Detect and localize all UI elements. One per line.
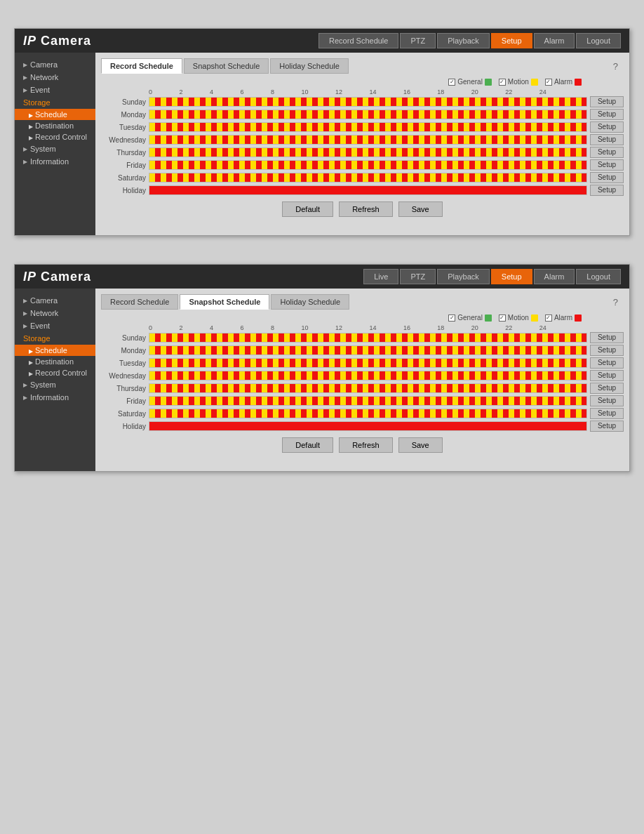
schedule-bar-2-tuesday[interactable] [149,358,587,368]
setup-btn-tuesday[interactable]: Setup [590,121,624,133]
setup-btn-2-saturday[interactable]: Setup [590,408,624,419]
schedule-row-2-tuesday: Tuesday Setup [101,357,624,369]
setup-btn-2-tuesday[interactable]: Setup [590,357,624,369]
tab-setup-2[interactable]: Setup [491,269,532,284]
main-content-2: ▶ Camera ▶ Network ▶ Event Storage ▶Sche… [15,289,629,471]
sidebar-item-camera[interactable]: ▶ Camera [15,58,95,71]
sidebar-1: ▶ Camera ▶ Network ▶ Event Storage ▶Sche… [15,53,95,235]
schedule-row-2-thursday: Thursday Setup [101,383,624,394]
schedule-row-holiday: Holiday Setup [101,185,624,196]
schedule-bar-2-thursday[interactable] [149,383,587,393]
setup-btn-2-sunday[interactable]: Setup [590,332,624,343]
setup-btn-sunday[interactable]: Setup [590,96,624,107]
schedule-bar-2-monday[interactable] [149,345,587,355]
arrow-icon: ▶ [23,62,27,68]
time-ruler-2: 0 2 4 6 8 10 12 14 16 18 20 22 24 [149,324,583,331]
sidebar-item-system[interactable]: ▶ System [15,143,95,155]
setup-btn-2-holiday[interactable]: Setup [590,421,624,432]
schedule-bar-thursday[interactable] [149,147,587,157]
tab-holiday-schedule[interactable]: Holiday Schedule [270,58,349,74]
schedule-bar-friday[interactable] [149,160,587,170]
help-icon[interactable]: ? [608,58,624,74]
tab-holiday-schedule-2[interactable]: Holiday Schedule [271,294,349,310]
schedule-bar-holiday[interactable] [149,185,587,195]
sidebar-item-network[interactable]: ▶ Network [15,71,95,84]
sidebar-2-item-system[interactable]: ▶ System [15,378,95,391]
tab-logout-2[interactable]: Logout [576,269,621,284]
tab-setup[interactable]: Setup [491,33,532,48]
setup-btn-saturday[interactable]: Setup [590,172,624,183]
tab-snapshot-schedule[interactable]: Snapshot Schedule [184,58,269,74]
setup-btn-monday[interactable]: Setup [590,109,624,120]
schedule-bar-2-sunday[interactable] [149,333,587,343]
schedule-bar-wednesday[interactable] [149,135,587,145]
default-button-2[interactable]: Default [282,437,333,453]
schedule-row-2-saturday: Saturday Setup [101,408,624,419]
sidebar-item-destination[interactable]: ▶Destination [15,120,95,131]
default-button-1[interactable]: Default [282,201,333,217]
setup-btn-thursday[interactable]: Setup [590,147,624,158]
tab-live-2[interactable]: Live [363,269,398,284]
tab-alarm-2[interactable]: Alarm [534,269,575,284]
arrow-icon: ▶ [23,87,27,93]
schedule-grid-2: Sunday Setup Monday Setup [101,332,624,432]
setup-btn-2-monday[interactable]: Setup [590,345,624,356]
tab-record-schedule[interactable]: Record Schedule [101,58,182,74]
tab-live[interactable]: Record Schedule [318,33,398,48]
legend-motion: ✓ Motion [499,78,538,86]
sidebar-item-storage[interactable]: Storage [15,96,95,109]
nav-tabs: Record Schedule PTZ Playback Setup Alarm… [318,33,621,48]
schedule-row-thursday: Thursday Setup [101,147,624,158]
sidebar-2-item-event[interactable]: ▶ Event [15,319,95,332]
arrow-icon: ▶ [23,159,27,165]
schedule-bar-tuesday[interactable] [149,122,587,132]
sidebar-2-item-schedule[interactable]: ▶Schedule [15,345,95,356]
setup-btn-2-friday[interactable]: Setup [590,395,624,406]
sidebar-2-item-information[interactable]: ▶ Information [15,391,95,404]
refresh-button-1[interactable]: Refresh [339,201,393,217]
schedule-bar-2-friday[interactable] [149,396,587,406]
tab-playback[interactable]: Playback [437,33,490,48]
legend-general-2: ✓ General [448,314,492,322]
setup-btn-friday[interactable]: Setup [590,159,624,171]
tab-playback-2[interactable]: Playback [437,269,490,284]
setup-btn-2-thursday[interactable]: Setup [590,383,624,394]
schedule-row-wednesday: Wednesday Setup [101,134,624,145]
setup-btn-holiday[interactable]: Setup [590,185,624,196]
tab-logout[interactable]: Logout [576,33,621,48]
schedule-bar-2-saturday[interactable] [149,409,587,418]
save-button-1[interactable]: Save [398,201,443,217]
schedule-row-tuesday: Tuesday Setup [101,121,624,133]
sidebar-2-item-network[interactable]: ▶ Network [15,307,95,319]
legend-1: ✓ General ✓ Motion ✓ Alarm [101,78,624,86]
schedule-bar-sunday[interactable] [149,97,587,107]
sidebar-2-item-camera[interactable]: ▶ Camera [15,294,95,307]
sidebar-2-item-storage[interactable]: Storage [15,332,95,345]
schedule-bar-2-holiday[interactable] [149,421,587,431]
sidebar-2-item-record-control[interactable]: ▶Record Control [15,367,95,378]
tab-ptz-2[interactable]: PTZ [400,269,436,284]
setup-btn-2-wednesday[interactable]: Setup [590,370,624,381]
main-content-1: ▶ Camera ▶ Network ▶ Event Storage ▶Sche… [15,53,629,235]
tab-record-schedule-2[interactable]: Record Schedule [101,294,178,310]
setup-btn-wednesday[interactable]: Setup [590,134,624,145]
refresh-button-2[interactable]: Refresh [339,437,393,453]
tab-ptz[interactable]: PTZ [400,33,436,48]
sidebar-2-item-destination[interactable]: ▶Destination [15,356,95,367]
tab-snapshot-schedule-2[interactable]: Snapshot Schedule [180,294,269,310]
content-tab-row-1: Record Schedule Snapshot Schedule Holida… [101,58,349,74]
sidebar-item-record-control[interactable]: ▶Record Control [15,131,95,143]
tab-alarm[interactable]: Alarm [534,33,575,48]
schedule-bar-monday[interactable] [149,110,587,119]
sidebar-item-information[interactable]: ▶ Information [15,155,95,168]
legend-alarm-2: ✓ Alarm [545,314,582,322]
sidebar-item-event[interactable]: ▶ Event [15,84,95,96]
schedule-bar-saturday[interactable] [149,173,587,183]
schedule-bar-2-wednesday[interactable] [149,371,587,380]
help-icon-2[interactable]: ? [608,294,624,310]
save-button-2[interactable]: Save [398,437,443,453]
sidebar-item-schedule[interactable]: ▶Schedule [15,109,95,120]
arrow-icon: ▶ [23,146,27,152]
schedule-row-friday: Friday Setup [101,159,624,171]
top-bar: IP Camera Record Schedule PTZ Playback S… [15,29,629,53]
